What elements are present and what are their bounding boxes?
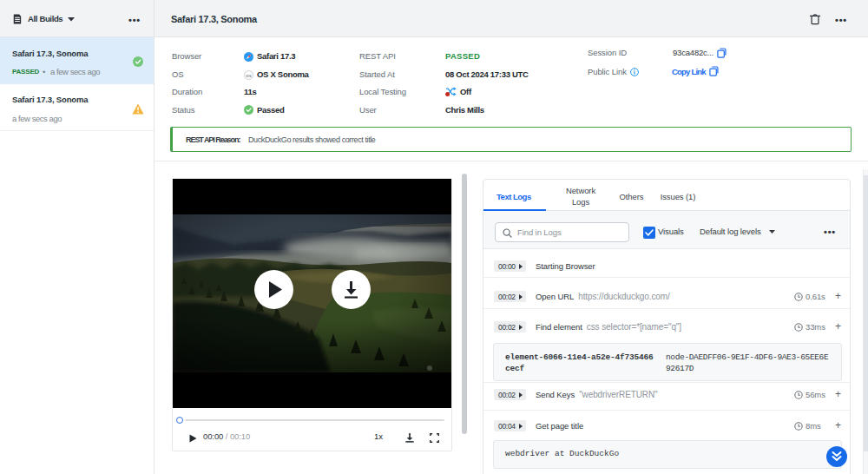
svg-text:os: os (246, 73, 251, 78)
